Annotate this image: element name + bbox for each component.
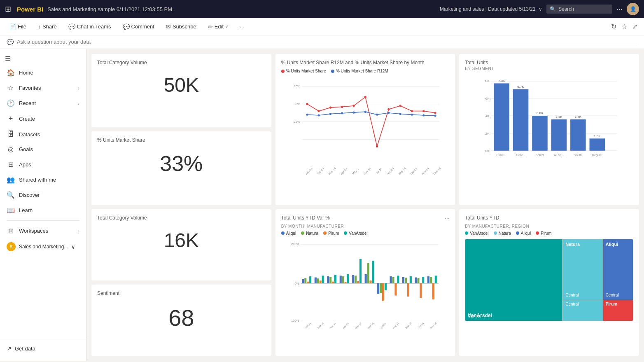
svg-point-27 [399,113,401,115]
legend-vanarsdel: VanArsdel [344,231,367,236]
waffle-icon[interactable]: ⊞ [5,5,11,14]
favorite-icon[interactable]: ☆ [621,23,627,30]
sidebar-item-datasets[interactable]: 🗄 Datasets [0,127,86,142]
more-options-ytd-var[interactable]: ··· [445,215,449,221]
edit-btn[interactable]: ✏ Edit ∨ [205,22,231,32]
card-title-tcv2: Total Category Volume [97,215,266,221]
qa-input[interactable] [17,39,637,45]
svg-text:3.4K: 3.4K [575,115,582,119]
svg-text:6K: 6K [485,97,490,100]
get-data-btn[interactable]: ↗ Get data [7,343,79,354]
more-options-btn[interactable]: ··· [616,5,623,14]
svg-text:25%: 25% [294,120,300,124]
treemap-right: Natura Central Aliqui Central Cen [562,239,633,321]
line-chart-svg: 35% 30% 25% [281,76,450,175]
refresh-icon[interactable]: ↻ [611,23,616,30]
chat-in-teams-btn[interactable]: 💬 Chat in Teams [66,22,114,32]
card-title-ytd-var: Total Units YTD Var % [281,215,344,221]
svg-point-22 [341,112,343,114]
card-units-market-share: % Units Market Share 33% [91,131,271,205]
svg-point-30 [434,114,436,117]
svg-point-24 [364,111,366,113]
qa-bar: 💬 [0,35,644,49]
svg-rect-112 [409,276,411,283]
file-menu[interactable]: 📄 File [7,22,29,32]
treemap: VanArsdel Central Natura Central A [465,239,633,321]
svg-text:7.3K: 7.3K [498,79,505,83]
svg-rect-116 [422,276,424,283]
sidebar-item-recent[interactable]: 🕐 Recent › [0,96,86,111]
treemap-cell-vanarsdel: VanArsdel Central [465,239,562,321]
svg-text:Nov-14: Nov-14 [421,167,429,175]
legend-natura: Natura [301,231,318,236]
svg-point-21 [329,113,331,115]
svg-text:Mar-14: Mar-14 [329,322,337,329]
treemap-bottom-right: Central Pirum [562,300,633,320]
sidebar-item-workspaces[interactable]: ⊞ Workspaces › [0,223,86,238]
toolbar-more-btn[interactable]: ··· [237,22,247,31]
fullscreen-icon[interactable]: ⤢ [632,23,637,30]
goals-icon: ◎ [7,145,15,153]
svg-text:All Se...: All Se... [554,154,564,157]
svg-text:Feb-14: Feb-14 [316,167,324,175]
legend-dot-1 [281,70,285,73]
svg-point-25 [376,114,378,116]
shared-icon: 👥 [7,176,15,184]
svg-text:35%: 35% [294,84,300,88]
sidebar-item-shared[interactable]: 👥 Shared with me [0,172,86,187]
svg-text:Select: Select [536,154,544,157]
dot-aliqui [281,231,285,235]
svg-text:Oct-14: Oct-14 [417,322,424,328]
sidebar-item-goals[interactable]: ◎ Goals [0,142,86,157]
dot-pirum-ytd [536,231,539,235]
qa-icon: 💬 [7,39,14,45]
edit-icon: ✏ [208,23,213,30]
svg-rect-82 [317,278,319,283]
treemap-top-right: Natura Central Aliqui Central [562,239,633,300]
sidebar-item-discover[interactable]: 🔍 Discover [0,187,86,203]
svg-text:Apr-14: Apr-14 [342,322,349,328]
search-box[interactable]: 🔍 Search [546,5,612,14]
sidebar-item-home[interactable]: 🏠 Home [0,65,86,80]
svg-text:Mar-14: Mar-14 [328,167,336,175]
card-sentiment: Sentiment 68 [91,285,271,356]
sidebar-item-learn[interactable]: 📖 Learn [0,203,86,218]
datasets-icon: 🗄 [7,131,15,138]
svg-point-14 [387,108,390,110]
svg-text:Oct-14: Oct-14 [410,167,418,175]
sidebar-toggle[interactable]: ☰ [0,52,86,65]
card-title-ums: % Units Market Share [97,137,266,143]
dot-natura [301,231,304,235]
legend-dot-2 [331,70,334,73]
subscribe-btn[interactable]: ✉ Subscribe [163,22,199,32]
svg-text:3.4K: 3.4K [556,115,563,119]
svg-rect-102 [380,283,382,293]
svg-rect-118 [430,277,432,283]
svg-point-26 [387,112,390,114]
treemap-cell-pirum: Pirum [603,300,633,320]
top-nav: ⊞ Power BI Sales and Marketing sample 6/… [0,0,644,18]
main-layout: ☰ 🏠 Home ☆ Favorites › 🕐 Recent › + Crea… [0,49,644,361]
svg-rect-96 [359,259,362,283]
svg-text:0K: 0K [485,149,490,153]
svg-rect-84 [322,276,324,283]
share-btn[interactable]: ↑ Share [35,22,59,32]
svg-rect-63 [590,138,605,150]
svg-text:Extre...: Extre... [516,154,526,157]
dot-vanarsdel [344,231,347,235]
svg-text:1.3K: 1.3K [594,134,601,138]
legend-pirum: Pirum [323,231,339,236]
svg-rect-103 [382,283,384,301]
user-avatar[interactable]: 👤 [627,3,639,15]
sidebar-item-apps[interactable]: ⊞ Apps [0,157,86,172]
sidebar-item-create[interactable]: + Create [0,111,86,127]
svg-rect-114 [417,278,419,283]
svg-rect-104 [385,283,387,290]
svg-text:30%: 30% [294,102,300,106]
file-icon: 📄 [9,23,16,30]
comment-btn[interactable]: 💬 Comment [120,22,157,32]
treemap-cell-natura: Natura Central [562,239,602,300]
svg-rect-93 [352,275,354,283]
sidebar-item-favorites[interactable]: ☆ Favorites › [0,80,86,96]
sidebar-workspace-item[interactable]: S Sales and Marketing... ∨ [0,238,86,255]
